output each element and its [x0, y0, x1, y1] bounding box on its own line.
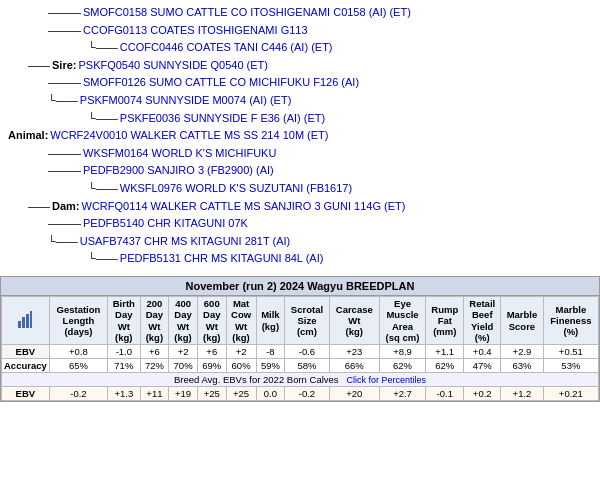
acc-600: 69% [197, 359, 226, 373]
acc-birth: 71% [108, 359, 140, 373]
breedplan-table: GestationLength(days) BirthDayWt(kg) 200… [1, 296, 599, 402]
ebv-600: +6 [197, 345, 226, 359]
connector-3: └—— [88, 39, 118, 57]
percentiles-link[interactable]: Click for Percentiles [346, 375, 426, 385]
ebv-gestation: +0.8 [49, 345, 107, 359]
breedplan-title: November (run 2) 2024 Wagyu BREEDPLAN [1, 277, 599, 296]
bavg-retail: +0.2 [464, 387, 501, 401]
col-gestation: GestationLength(days) [49, 296, 107, 345]
pedigree-line-6: └—— PSKFM0074 SUNNYSIDE M0074 (AI) (ET) [8, 92, 592, 110]
dam-line: —— Dam: WCRFQ0114 WALKER CATTLE MS SANJI… [8, 198, 592, 216]
connector-14: └—— [48, 233, 78, 251]
pedigree-line-13: ——— PEDFB5140 CHR KITAGUNI 07K [8, 215, 592, 233]
bavg-gestation: -0.2 [49, 387, 107, 401]
acc-milk: 59% [256, 359, 285, 373]
connector-9: ——— [48, 145, 81, 163]
svg-rect-3 [30, 311, 32, 328]
dam-link[interactable]: WCRFQ0114 WALKER CATTLE MS SANJIRO 3 GUN… [82, 198, 406, 216]
ebv-mat: +2 [226, 345, 256, 359]
pedigree-line-11: └—— WKSFL0976 WORLD K'S SUZUTANI (FB1617… [8, 180, 592, 198]
ebv-fineness: +0.51 [543, 345, 598, 359]
pedigree-line-10: ——— PEDFB2900 SANJIRO 3 (FB2900) (AI) [8, 162, 592, 180]
col-scrotal: ScrotalSize(cm) [285, 296, 329, 345]
connector-15: └—— [88, 250, 118, 268]
ebv-rump: +1.1 [426, 345, 464, 359]
acc-scrotal: 58% [285, 359, 329, 373]
bavg-mat: +25 [226, 387, 256, 401]
pedigree-link-11[interactable]: WKSFL0976 WORLD K'S SUZUTANI (FB1617) [120, 180, 352, 198]
bavg-birth: +1.3 [108, 387, 140, 401]
pedigree-line-3: └—— CCOFC0446 COATES TANI C446 (AI) (ET) [8, 39, 592, 57]
breed-avg-label-row: Breed Avg. EBVs for 2022 Born Calves Cli… [2, 373, 599, 387]
dam-dash: —— [28, 198, 50, 216]
acc-rump: 62% [426, 359, 464, 373]
acc-400: 70% [169, 359, 198, 373]
pedigree-link-6[interactable]: PSKFM0074 SUNNYSIDE M0074 (AI) (ET) [80, 92, 292, 110]
pedigree-line-7: └—— PSKFE0036 SUNNYSIDE F E36 (AI) (ET) [8, 110, 592, 128]
svg-rect-0 [18, 321, 21, 328]
chart-icon [17, 309, 33, 329]
bavg-marble: +1.2 [501, 387, 544, 401]
acc-200: 72% [140, 359, 169, 373]
acc-carcase: 66% [329, 359, 379, 373]
pedigree-link-2[interactable]: CCOFG0113 COATES ITOSHIGENAMI G113 [83, 22, 308, 40]
table-header-row: GestationLength(days) BirthDayWt(kg) 200… [2, 296, 599, 345]
sire-label: Sire: [52, 57, 76, 75]
animal-link[interactable]: WCRF24V0010 WALKER CATTLE MS SS 214 10M … [50, 127, 328, 145]
sire-link[interactable]: PSKFQ0540 SUNNYSIDE Q0540 (ET) [78, 57, 268, 75]
acc-fineness: 53% [543, 359, 598, 373]
dam-label: Dam: [52, 198, 80, 216]
sire-dash: —— [28, 57, 50, 75]
pedigree-link-9[interactable]: WKSFM0164 WORLD K'S MICHIFUKU [83, 145, 276, 163]
ebv-milk: -8 [256, 345, 285, 359]
col-200: 200DayWt(kg) [140, 296, 169, 345]
col-600: 600DayWt(kg) [197, 296, 226, 345]
pedigree-link-10[interactable]: PEDFB2900 SANJIRO 3 (FB2900) (AI) [83, 162, 274, 180]
bavg-200: +11 [140, 387, 169, 401]
col-fineness: MarbleFineness(%) [543, 296, 598, 345]
pedigree-link-5[interactable]: SMOFF0126 SUMO CATTLE CO MICHIFUKU F126 … [83, 74, 359, 92]
breed-avg-values-row: EBV -0.2 +1.3 +11 +19 +25 +25 0.0 -0.2 +… [2, 387, 599, 401]
pedigree-line-14: └—— USAFB7437 CHR MS KITAGUNI 281T (AI) [8, 233, 592, 251]
connector-11: └—— [88, 180, 118, 198]
ebv-label: EBV [2, 345, 50, 359]
pedigree-line-9: ——— WKSFM0164 WORLD K'S MICHIFUKU [8, 145, 592, 163]
breedplan-section: November (run 2) 2024 Wagyu BREEDPLAN Ge… [0, 276, 600, 403]
connector-5: ——— [48, 74, 81, 92]
connector-7: └—— [88, 110, 118, 128]
bavg-carcase: +20 [329, 387, 379, 401]
pedigree-link-7[interactable]: PSKFE0036 SUNNYSIDE F E36 (AI) (ET) [120, 110, 325, 128]
acc-mat: 60% [226, 359, 256, 373]
pedigree-line-5: ——— SMOFF0126 SUMO CATTLE CO MICHIFUKU F… [8, 74, 592, 92]
bavg-scrotal: -0.2 [285, 387, 329, 401]
sire-line: —— Sire: PSKFQ0540 SUNNYSIDE Q0540 (ET) [8, 57, 592, 75]
svg-rect-1 [22, 317, 25, 328]
ebv-200: +6 [140, 345, 169, 359]
bavg-600: +25 [197, 387, 226, 401]
ebv-eye: +8.9 [379, 345, 425, 359]
svg-rect-2 [26, 314, 29, 328]
pedigree-link-13[interactable]: PEDFB5140 CHR KITAGUNI 07K [83, 215, 248, 233]
col-icon [2, 296, 50, 345]
bavg-fineness: +0.21 [543, 387, 598, 401]
col-birth: BirthDayWt(kg) [108, 296, 140, 345]
pedigree-link-3[interactable]: CCOFC0446 COATES TANI C446 (AI) (ET) [120, 39, 333, 57]
pedigree-link-14[interactable]: USAFB7437 CHR MS KITAGUNI 281T (AI) [80, 233, 290, 251]
acc-marble: 63% [501, 359, 544, 373]
connector-13: ——— [48, 215, 81, 233]
acc-retail: 47% [464, 359, 501, 373]
connector-10: ——— [48, 162, 81, 180]
col-mat: MatCowWt(kg) [226, 296, 256, 345]
breed-avg-text: Breed Avg. EBVs for 2022 Born Calves [174, 374, 339, 385]
connector-1: ——— [48, 4, 81, 22]
col-retail: RetailBeefYield(%) [464, 296, 501, 345]
pedigree-line-2: ——— CCOFG0113 COATES ITOSHIGENAMI G113 [8, 22, 592, 40]
col-rump: RumpFat(mm) [426, 296, 464, 345]
col-400: 400DayWt(kg) [169, 296, 198, 345]
ebv2-label: EBV [2, 387, 50, 401]
ebv-marble: +2.9 [501, 345, 544, 359]
pedigree-link-1[interactable]: SMOFC0158 SUMO CATTLE CO ITOSHIGENAMI C0… [83, 4, 411, 22]
pedigree-link-15[interactable]: PEDFB5131 CHR MS KITAGUNI 84L (AI) [120, 250, 324, 268]
pedigree-line-1: ——— SMOFC0158 SUMO CATTLE CO ITOSHIGENAM… [8, 4, 592, 22]
bavg-milk: 0.0 [256, 387, 285, 401]
